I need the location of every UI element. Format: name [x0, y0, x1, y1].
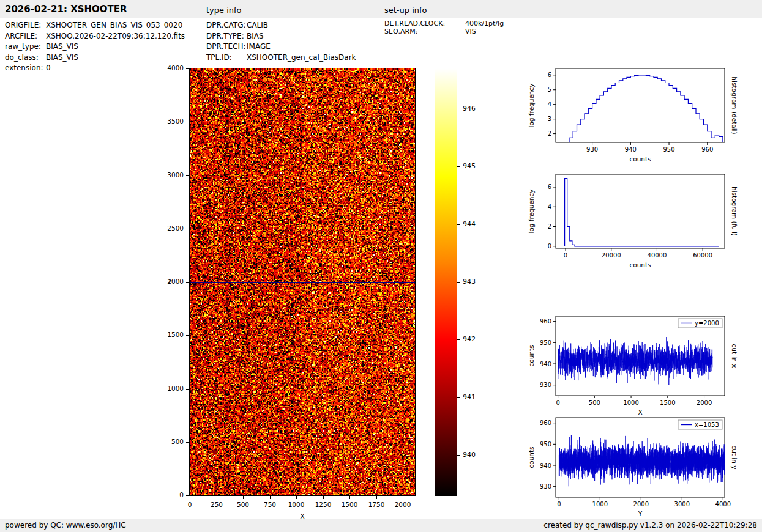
meta-value: CALIB [247, 20, 268, 31]
y-tick-label: 6 [548, 183, 551, 190]
setup-info-heading: set-up info [384, 6, 427, 15]
image-y-tick-label: 500 [160, 438, 184, 445]
colorbar-tick [457, 224, 460, 225]
meta-value: 400k/1pt/lg [465, 20, 504, 28]
meta-label: ARCFILE: [5, 31, 46, 42]
x-tick-label: 2000 [697, 399, 712, 406]
y-tick-label: 950 [540, 339, 551, 346]
image-x-tick [190, 496, 190, 499]
y-tick-label: 930 [540, 382, 551, 388]
colorbar-tick-label: 944 [463, 220, 476, 228]
meta-label: extension: [5, 63, 46, 74]
file-info-block: ORIGFILE:XSHOOTER_GEN_BIAS_VIS_053_0020 … [5, 20, 185, 74]
x-tick-label: 0 [556, 399, 559, 406]
meta-row: DET.READ.CLOCK:400k/1pt/lg [384, 20, 504, 28]
image-x-tick [296, 496, 297, 499]
y-tick-label: 2 [548, 130, 551, 137]
x-axis-label: counts [629, 155, 651, 163]
x-tick-label: 60000 [693, 252, 712, 259]
footer-right-text: created by qc_rawdisp.py v1.2.3 on 2026-… [543, 521, 757, 530]
image-y-tick-label: 3000 [160, 171, 184, 179]
image-y-tick-label: 4000 [160, 64, 184, 72]
image-x-tick [403, 496, 403, 499]
hist-full-svg: 02000040000600000246countslog frequencyh… [526, 169, 739, 272]
meta-row: extension:0 [5, 63, 185, 74]
x-tick-label: 950 [663, 146, 674, 153]
image-y-tick-label: 3500 [160, 117, 184, 125]
setup-info-block: DET.READ.CLOCK:400k/1pt/lg SEQ.ARM:VIS [384, 20, 504, 35]
x-tick-label: 500 [589, 399, 600, 406]
x-tick-label: 3000 [674, 501, 690, 508]
meta-row: DPR.TECH:IMAGE [206, 42, 356, 53]
meta-label: DPR.TECH: [206, 42, 247, 53]
qc-report-page: 2026-02-21: XSHOOTER type info set-up in… [0, 0, 762, 532]
meta-row: raw_type:BIAS_VIS [5, 42, 185, 53]
meta-row: ARCFILE:XSHOO.2026-02-22T09:36:12.120.fi… [5, 31, 185, 42]
x-tick-label: 1000 [623, 399, 638, 406]
colorbar [435, 68, 457, 496]
cut-x-svg: 0500100015002000930940950960Xcountscut i… [526, 311, 739, 419]
meta-row: ORIGFILE:XSHOOTER_GEN_BIAS_VIS_053_0020 [5, 20, 185, 31]
y-tick-label: 960 [540, 318, 551, 325]
colorbar-tick-label: 942 [463, 335, 476, 343]
meta-value: XSHOOTER_gen_cal_BiasDark [247, 53, 356, 64]
x-tick-label: 930 [586, 146, 598, 153]
image-x-tick-label: 1500 [335, 501, 364, 508]
x-tick-label: 4000 [715, 501, 731, 508]
colorbar-tick [457, 397, 460, 398]
x-axis-label: Y [638, 510, 643, 517]
plot-frame [556, 68, 725, 142]
image-x-tick-label: 2000 [389, 501, 417, 508]
image-x-tick-label: 1250 [309, 501, 337, 508]
colorbar-tick [457, 166, 460, 167]
image-y-tick-label: 1000 [160, 385, 184, 392]
y-tick-label: 4 [548, 204, 551, 210]
colorbar-tick-label: 941 [463, 393, 476, 401]
meta-label: SEQ.ARM: [384, 28, 465, 36]
colorbar-tick [457, 339, 460, 340]
image-x-tick [376, 496, 377, 499]
legend-label: x=1053 [695, 421, 719, 428]
type-info-heading: type info [206, 6, 242, 15]
colorbar-tick [457, 109, 460, 109]
image-x-tick [270, 496, 271, 499]
y-tick-label: 930 [540, 483, 551, 490]
y-tick-label: 5 [548, 86, 551, 93]
colorbar-tick [457, 455, 460, 456]
x-tick-label: 40000 [648, 252, 667, 259]
image-x-tick-label: 1000 [282, 501, 310, 508]
y-tick-label: 3 [548, 116, 551, 122]
crosshair-horizontal-line [190, 282, 415, 283]
image-x-tick-label: 250 [203, 501, 231, 508]
x-tick-label: 940 [625, 146, 637, 153]
image-x-tick [323, 496, 324, 499]
y-tick-label: 940 [540, 462, 551, 469]
x-tick-label: 0 [564, 252, 567, 259]
y-tick-label: 4 [548, 101, 551, 108]
x-axis-label: counts [629, 261, 651, 268]
meta-row: DPR.TYPE:BIAS [206, 31, 356, 42]
y-tick-label: 960 [540, 419, 551, 426]
right-axis-label: histogram (detail) [731, 76, 738, 134]
meta-label: DET.READ.CLOCK: [384, 20, 465, 28]
hist-detail-svg: 93094095096023456countslog frequencyhist… [526, 64, 739, 166]
meta-label: ORIGFILE: [5, 20, 46, 31]
y-tick-label: 2 [548, 223, 551, 230]
x-tick-label: 1500 [660, 399, 675, 406]
x-tick-label: 0 [557, 501, 561, 508]
meta-value: XSHOO.2026-02-22T09:36:12.120.fits [46, 31, 185, 42]
colorbar-tick-label: 943 [463, 278, 476, 286]
meta-value: XSHOOTER_GEN_BIAS_VIS_053_0020 [46, 20, 182, 31]
image-x-tick-label: 500 [229, 501, 257, 508]
meta-label: raw_type: [5, 42, 46, 53]
y-axis-label: counts [528, 345, 535, 366]
cut-y-svg: 01000200030004000930940950960Ycountscut … [526, 413, 739, 520]
cut-in-y-chart: 01000200030004000930940950960Ycountscut … [526, 413, 739, 523]
meta-value: BIAS_VIS [46, 53, 78, 64]
meta-value: 0 [46, 63, 51, 74]
right-axis-label: histogram (full) [731, 187, 738, 236]
image-y-tick-label: 0 [160, 491, 184, 498]
y-tick-label: 0 [548, 243, 551, 249]
image-x-tick-label: 750 [256, 501, 284, 508]
meta-value: VIS [465, 28, 476, 36]
